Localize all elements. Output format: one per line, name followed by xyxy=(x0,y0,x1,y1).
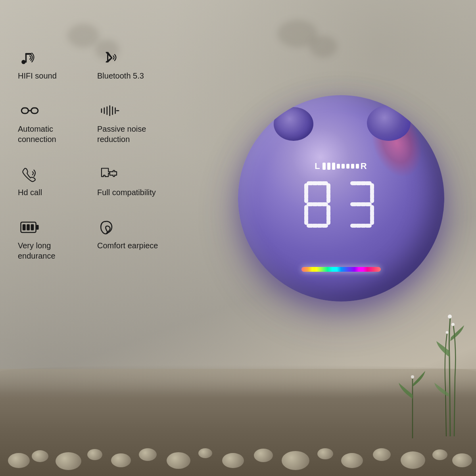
digit-container xyxy=(298,177,385,233)
bar-4 xyxy=(337,164,340,169)
features-grid: HIFI sound Bluetooth 5.3 Automatic conne… xyxy=(0,32,182,281)
svg-point-0 xyxy=(21,60,25,64)
svg-point-19 xyxy=(448,315,452,319)
digit-display xyxy=(298,177,385,233)
svg-point-18 xyxy=(106,232,108,234)
noise-reduction-label: Passive noise reduction xyxy=(97,124,165,144)
bar-3 xyxy=(332,163,335,170)
pebble xyxy=(32,450,48,462)
bar-1 xyxy=(322,163,326,170)
feature-hd-call: Hd call xyxy=(12,156,91,209)
pebble xyxy=(401,451,425,469)
earbuds-case: L R xyxy=(238,95,444,301)
pebble xyxy=(254,449,273,462)
svg-rect-17 xyxy=(31,224,34,230)
bar-7 xyxy=(351,164,354,169)
full-compat-label: Full compatibility xyxy=(97,187,156,198)
feature-auto-connect: Automatic connection xyxy=(12,93,91,156)
svg-rect-3 xyxy=(21,108,28,113)
svg-point-22 xyxy=(411,375,414,378)
comfort-label: Comfort earpiece xyxy=(97,240,158,251)
sound-waves-icon xyxy=(97,101,121,121)
pebble xyxy=(222,453,244,468)
feature-bluetooth: Bluetooth 5.3 xyxy=(91,40,171,93)
music-waves-icon xyxy=(18,48,42,67)
auto-connect-label: Automatic connection xyxy=(18,124,85,144)
pebble xyxy=(282,451,309,470)
right-indicator: R xyxy=(361,161,368,171)
feature-hifi-sound: HIFI sound xyxy=(12,40,91,93)
rgb-light-strip xyxy=(301,267,381,272)
pebble xyxy=(198,448,212,458)
pebble xyxy=(341,453,363,468)
plant-decoration xyxy=(430,278,470,436)
small-plant xyxy=(397,339,428,438)
pebble xyxy=(8,453,30,468)
pebble xyxy=(56,452,81,470)
bar-8 xyxy=(356,164,359,169)
ear-icon xyxy=(97,217,121,237)
feature-comfort: Comfort earpiece xyxy=(91,209,171,273)
earbud-left xyxy=(274,107,313,141)
battery-bars xyxy=(322,163,359,170)
case-display: L R xyxy=(298,161,385,233)
product-container: L R xyxy=(218,32,464,341)
bluetooth-label: Bluetooth 5.3 xyxy=(97,71,144,81)
bluetooth-icon xyxy=(97,48,121,67)
phone-icon xyxy=(18,164,42,184)
svg-rect-16 xyxy=(27,224,30,230)
pebble xyxy=(167,452,190,469)
link-icon xyxy=(18,101,42,121)
svg-rect-4 xyxy=(31,108,38,113)
left-indicator: L xyxy=(315,161,321,171)
battery-label: Very long endurance xyxy=(18,240,85,261)
pebble xyxy=(432,449,447,460)
svg-point-21 xyxy=(446,331,449,334)
bar-6 xyxy=(346,164,349,169)
pebble xyxy=(111,453,131,467)
svg-rect-14 xyxy=(36,225,39,230)
case-body: L R xyxy=(238,95,444,301)
pebble xyxy=(87,449,102,460)
svg-point-20 xyxy=(451,323,455,326)
pebble xyxy=(452,453,472,467)
feature-battery: Very long endurance xyxy=(12,209,91,273)
battery-indicator: L R xyxy=(298,161,385,171)
hifi-sound-label: HIFI sound xyxy=(18,71,57,81)
feature-full-compat: Full compatibility xyxy=(91,156,171,209)
pebble xyxy=(317,448,333,459)
bar-2 xyxy=(327,163,330,170)
bar-5 xyxy=(342,164,345,169)
pebble xyxy=(139,448,157,461)
feature-noise-reduction: Passive noise reduction xyxy=(91,93,171,156)
hd-call-label: Hd call xyxy=(18,187,42,198)
battery-icon xyxy=(18,217,42,237)
puzzle-icon xyxy=(97,164,121,184)
pebble xyxy=(373,448,391,461)
earbud-right xyxy=(367,105,411,141)
svg-rect-15 xyxy=(23,224,26,230)
